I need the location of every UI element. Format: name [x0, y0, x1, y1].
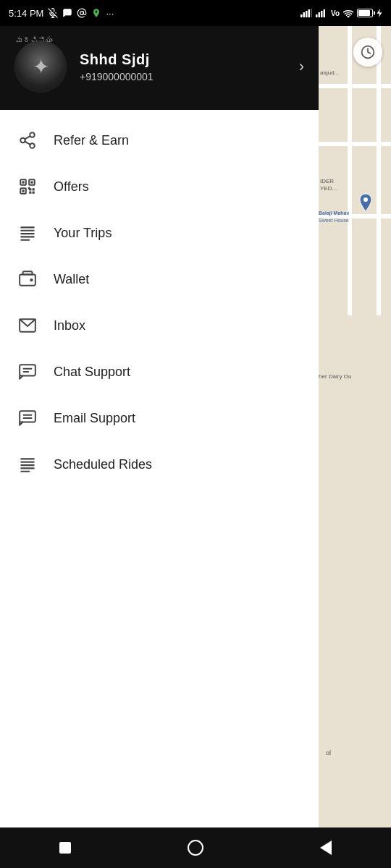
svg-rect-10 — [311, 9, 312, 17]
svg-rect-33 — [20, 226, 35, 228]
refer-label: Refer & Earn — [54, 133, 129, 148]
svg-rect-9 — [308, 9, 310, 17]
svg-rect-44 — [20, 411, 35, 422]
email-support-icon — [17, 408, 38, 428]
chat-label: Chat Support — [54, 365, 130, 380]
time: 5:14 PM — [9, 8, 43, 19]
svg-rect-36 — [20, 236, 35, 237]
list-icon — [17, 223, 38, 243]
wallet-icon — [17, 269, 38, 289]
home-button[interactable] — [182, 835, 209, 861]
svg-rect-12 — [318, 12, 320, 17]
profile-header[interactable]: మర్చిపోయం Shhd Sjdj +919000000001 › — [0, 26, 319, 110]
scheduled-icon — [17, 454, 38, 475]
status-bar: 5:14 PM ··· — [0, 0, 391, 26]
svg-point-5 — [80, 12, 84, 15]
svg-point-15 — [348, 16, 349, 17]
menu-item-chat[interactable]: Chat Support — [0, 349, 319, 395]
svg-rect-27 — [22, 190, 24, 192]
svg-rect-31 — [29, 192, 31, 194]
svg-rect-47 — [20, 458, 35, 459]
offers-label: Offers — [54, 179, 89, 195]
menu-item-email[interactable]: Email Support — [0, 395, 319, 441]
share-icon — [17, 130, 38, 150]
svg-rect-13 — [321, 11, 323, 17]
svg-rect-37 — [20, 239, 30, 241]
svg-rect-26 — [30, 181, 33, 183]
profile-name: Shhd Sjdj — [80, 51, 286, 68]
bottom-nav — [0, 827, 391, 868]
back-button[interactable] — [313, 835, 339, 861]
wallet-label: Wallet — [54, 272, 89, 287]
svg-rect-34 — [20, 230, 35, 231]
chat-icon — [17, 362, 38, 382]
svg-rect-29 — [29, 188, 31, 190]
email-label: Email Support — [54, 411, 135, 426]
avatar — [14, 41, 67, 93]
menu-item-trips[interactable]: Your Trips — [0, 210, 319, 256]
svg-marker-16 — [377, 9, 382, 17]
svg-rect-30 — [33, 188, 35, 190]
mail-icon — [17, 315, 38, 336]
svg-rect-49 — [20, 464, 35, 466]
menu-item-inbox[interactable]: Inbox — [0, 302, 319, 349]
menu-item-scheduled[interactable]: Scheduled Rides — [0, 441, 319, 488]
svg-rect-6 — [300, 14, 303, 17]
svg-rect-8 — [306, 11, 308, 17]
history-button[interactable] — [353, 38, 382, 67]
menu-item-refer[interactable]: Refer & Earn — [0, 117, 319, 163]
profile-arrow-icon[interactable]: › — [299, 57, 304, 76]
menu-list: Refer & Earn Offers — [0, 110, 319, 495]
svg-rect-41 — [20, 365, 35, 375]
svg-line-21 — [25, 136, 30, 139]
svg-rect-25 — [22, 181, 24, 183]
inbox-label: Inbox — [54, 318, 85, 333]
scheduled-label: Scheduled Rides — [54, 457, 152, 472]
map-background: aiqud... IDER YED... Balaji Mahav Sweet … — [319, 26, 391, 868]
svg-rect-48 — [20, 461, 35, 463]
svg-rect-50 — [20, 467, 35, 469]
menu-item-wallet[interactable]: Wallet — [0, 256, 319, 302]
svg-rect-32 — [33, 192, 35, 194]
qr-icon — [17, 176, 38, 197]
svg-rect-35 — [20, 233, 35, 234]
svg-line-20 — [25, 142, 30, 145]
svg-point-0 — [363, 197, 368, 202]
svg-point-39 — [30, 278, 33, 281]
battery-icon — [357, 9, 373, 17]
svg-rect-51 — [20, 471, 30, 472]
recent-apps-button[interactable] — [52, 835, 78, 861]
profile-phone: +919000000001 — [80, 71, 286, 82]
profile-info: Shhd Sjdj +919000000001 — [80, 51, 286, 82]
drawer: మర్చిపోయం Shhd Sjdj +919000000001 › Refe… — [0, 26, 319, 868]
volte-icon: Vo — [331, 9, 340, 17]
svg-rect-7 — [303, 12, 305, 17]
more-dots: ··· — [106, 8, 114, 19]
menu-item-offers[interactable]: Offers — [0, 163, 319, 210]
svg-rect-14 — [323, 9, 325, 17]
svg-rect-11 — [316, 14, 318, 17]
trips-label: Your Trips — [54, 226, 112, 241]
svg-rect-38 — [20, 275, 35, 286]
